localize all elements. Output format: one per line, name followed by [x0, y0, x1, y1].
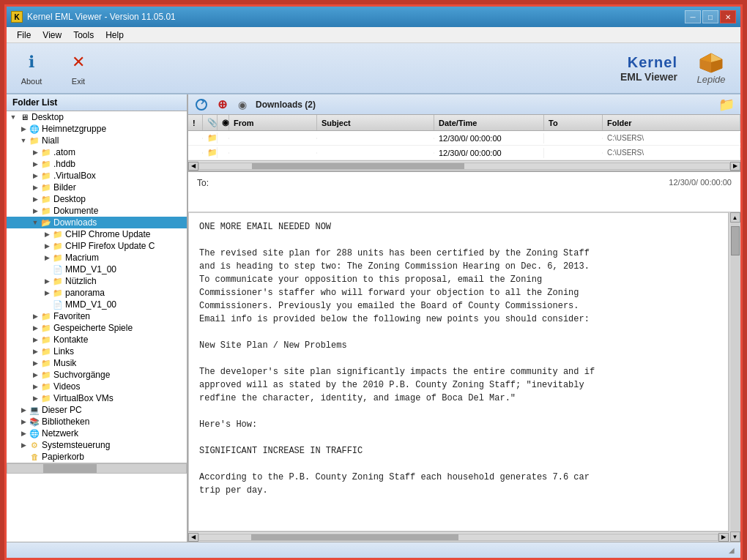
hscroll-left-btn2[interactable]: ◀ [188, 533, 198, 542]
email-body[interactable]: ONE MORE EMAIL NEEDED NOW The revised si… [188, 212, 729, 531]
close-button[interactable]: ✕ [720, 10, 736, 23]
col-header-to: To [544, 115, 603, 130]
tree-item-bilder[interactable]: ▶ 📁 Bilder [7, 182, 187, 193]
tree-item-desktop[interactable]: ▼ 🖥 Desktop [7, 111, 187, 123]
tree-item-chip-chrome[interactable]: ▶ 📁 CHIP Chrome Update [7, 228, 187, 240]
folder-scroll-area: ▼ 🖥 Desktop ▶ 🌐 Heimnetzgruppe ▼ [7, 111, 187, 463]
tree-item-suchvorgange[interactable]: ▶ 📁 Suchvorgänge [7, 369, 187, 381]
tree-item-desktop2[interactable]: ▶ 📁 Desktop [7, 193, 187, 205]
exit-button[interactable]: ✕ Exit [61, 48, 96, 89]
tree-item-videos[interactable]: ▶ 📁 Videos [7, 381, 187, 392]
tree-item-virtualbox[interactable]: ▶ 📁 .VirtualBox [7, 170, 187, 182]
tree-label: Kontakte [53, 335, 88, 345]
expander: ▶ [30, 160, 40, 168]
tree-item-kontakte[interactable]: ▶ 📁 Kontakte [7, 334, 187, 346]
folder-icon: 📁 [52, 229, 64, 239]
tree-item-mmd1[interactable]: 📄 MMD_V1_00 [7, 264, 187, 275]
tree-item-hddb[interactable]: ▶ 📁 .hddb [7, 158, 187, 170]
expander: ▶ [30, 207, 40, 214]
tree-item-atom[interactable]: ▶ 📁 .atom [7, 146, 187, 158]
options-button[interactable]: ◉ [235, 97, 250, 112]
tree-item-favoriten[interactable]: ▶ 📁 Favoriten [7, 310, 187, 322]
folder-panel: Folder List ▼ 🖥 Desktop ▶ 🌐 [7, 94, 188, 542]
lepide-name: Lepide [696, 74, 725, 85]
email-from [229, 138, 317, 139]
tree-label: Gespeicherte Spiele [53, 323, 133, 333]
tree-label: Systemsteuerung [42, 440, 110, 450]
expander: ▼ [30, 219, 40, 226]
about-button[interactable]: ℹ About [14, 48, 49, 89]
email-subject [317, 138, 434, 139]
folder-icon: 📁 [40, 171, 52, 181]
trash-icon: 🗑 [29, 452, 40, 462]
email-list-title: Downloads (2) [256, 100, 316, 110]
email-row[interactable]: 📁 12/30/0/ 00:00:00 C:\USERS\ [188, 131, 740, 146]
tree-item-nutzlich[interactable]: ▶ 📁 Nützlich [7, 275, 187, 287]
tree-item-spiele[interactable]: ▶ 📁 Gespeicherte Spiele [7, 322, 187, 334]
email-flag [188, 138, 203, 139]
email-list: ! 📎 ◉ From Subject Date/Time To Folder 📁 [188, 115, 740, 160]
folder-icon: 📁 [29, 135, 40, 146]
expander: ▶ [30, 313, 40, 320]
hscroll-right-btn2[interactable]: ▶ [718, 533, 729, 542]
email-vscroll[interactable]: ▲ ▼ [729, 212, 740, 542]
expander: ▶ [30, 336, 40, 343]
menu-bar: File View Tools Help [7, 27, 740, 43]
tree-item-musik[interactable]: ▶ 📁 Musik [7, 357, 187, 369]
email-list-hscroll[interactable]: ◀ ▶ [188, 160, 740, 171]
tree-item-dokumente[interactable]: ▶ 📁 Dokumente [7, 205, 187, 217]
hscroll-right-btn[interactable]: ▶ [730, 162, 740, 171]
tree-item-system[interactable]: ▶ ⚙ Systemsteuerung [7, 439, 187, 451]
menu-tools[interactable]: Tools [67, 29, 100, 42]
tree-item-macrium[interactable]: ▶ 📁 Macrium [7, 252, 187, 264]
email-body-hscroll[interactable]: ◀ ▶ [188, 531, 729, 542]
tree-item-heimnetz[interactable]: ▶ 🌐 Heimnetzgruppe [7, 123, 187, 135]
tree-item-bibliotheken[interactable]: ▶ 📚 Bibliotheken [7, 416, 187, 428]
maximize-button[interactable]: □ [702, 10, 718, 23]
tree-label: Suchvorgänge [53, 370, 110, 380]
filter-button[interactable]: ⊕ [215, 97, 229, 112]
vscroll-up-btn[interactable]: ▲ [730, 212, 740, 223]
tree-item-papierkorb[interactable]: 🗑 Papierkorb [7, 451, 187, 463]
hscroll-track2[interactable] [198, 534, 718, 541]
folder-icon: 📁 [52, 253, 64, 263]
folder-hscroll[interactable] [7, 463, 187, 473]
vscroll-down-btn[interactable]: ▼ [730, 531, 740, 542]
vscroll-track[interactable] [730, 223, 740, 531]
email-read [218, 152, 229, 154]
tree-item-panorama[interactable]: ▶ 📁 panorama [7, 287, 187, 299]
tree-item-chip-firefox[interactable]: ▶ 📁 CHIP Firefox Update C [7, 240, 187, 252]
menu-help[interactable]: Help [100, 29, 130, 42]
lepide-logo: Lepide [689, 50, 733, 86]
tree-item-dieser-pc[interactable]: ▶ 💻 Dieser PC [7, 404, 187, 416]
menu-view[interactable]: View [37, 29, 67, 42]
tree-item-mmd2[interactable]: 📄 MMD_V1_00 [7, 299, 187, 310]
tree-label: VirtualBox VMs [53, 393, 114, 403]
large-folder-icon: 📁 [718, 97, 735, 112]
folder-icon: 📁 [52, 288, 64, 298]
folder-open-icon: 📂 [40, 217, 52, 228]
to-label: To: [197, 178, 209, 188]
expander: ▶ [30, 359, 40, 367]
tree-item-vbox-vms[interactable]: ▶ 📁 VirtualBox VMs [7, 392, 187, 404]
col-header-read: ◉ [218, 115, 229, 130]
email-list-toolbar: ⊕ ◉ Downloads (2) 📁 [188, 94, 740, 115]
email-folder: C:\USERS\ [603, 133, 740, 143]
expander: ▶ [42, 277, 52, 285]
tree-item-links[interactable]: ▶ 📁 Links [7, 346, 187, 357]
toolbar: ℹ About ✕ Exit Kernel EML Viewer [7, 43, 740, 94]
expander: ▼ [18, 137, 29, 144]
email-row[interactable]: 📁 12/30/0/ 00:00:00 C:\USERS\ [188, 146, 740, 160]
refresh-button[interactable] [194, 97, 209, 112]
tree-item-netzwerk[interactable]: ▶ 🌐 Netzwerk [7, 428, 187, 439]
hscroll-left-btn[interactable]: ◀ [188, 162, 198, 171]
app-icon: K [11, 11, 23, 23]
hscroll-track[interactable] [198, 163, 730, 170]
col-header-folder: Folder [603, 115, 740, 130]
minimize-button[interactable]: ─ [685, 10, 701, 23]
tree-label: Heimnetzgruppe [42, 124, 106, 134]
tree-item-downloads[interactable]: ▼ 📂 Downloads [7, 217, 187, 228]
menu-file[interactable]: File [11, 29, 37, 42]
email-read [218, 138, 229, 139]
tree-item-niall[interactable]: ▼ 📁 Niall [7, 135, 187, 146]
